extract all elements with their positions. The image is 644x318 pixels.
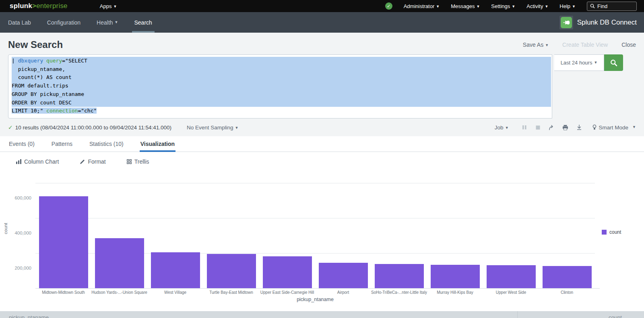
bar-1[interactable] [95,238,144,289]
chart-plot [35,179,595,289]
pause-button[interactable] [518,122,531,133]
bar-6[interactable] [375,264,424,289]
administrator-menu[interactable]: Administrator▼ [404,3,440,9]
grid-icon [127,159,132,164]
results-summary: 10 results (08/04/2024 11:00:00.000 to 0… [15,125,171,131]
nav-item-search[interactable]: Search [126,12,160,33]
x-tick-label: West Village [147,290,203,295]
messages-menu[interactable]: Messages▼ [451,3,480,9]
bar-9[interactable] [543,266,592,289]
chevron-down-icon: ▼ [545,43,549,47]
tab-statistics[interactable]: Statistics (10) [89,136,124,152]
health-status-icon[interactable]: ✓ [385,2,392,10]
top-bar: splunk>enterprise Apps▼ ✓ Administrator▼… [0,0,644,12]
query-line: pickup_ntaname, [12,65,551,74]
bar-8[interactable] [487,265,536,289]
tab-patterns[interactable]: Patterns [51,136,73,152]
legend-swatch [602,230,607,235]
chevron-down-icon: ▼ [235,126,239,130]
chart-type-picker[interactable]: Column Chart [16,158,59,165]
bar-slot [427,265,483,289]
logo-gt: > [32,2,36,10]
x-tick-label: Midtown-Midtown South [35,290,91,295]
check-icon: ✓ [8,124,13,131]
nav-item-configuration[interactable]: Configuration [39,12,89,33]
table-header-count[interactable]: count [517,311,644,318]
print-button[interactable] [559,122,572,133]
x-tick-label: SoHo-TriBeCa-...nter-Little Italy [371,290,427,295]
close-button[interactable]: Close [621,42,636,48]
logo-splunk-text: splunk [10,2,32,10]
x-tick-label: Upper West Side [483,290,539,295]
x-tick-label: Turtle Bay-East Midtown [203,290,259,295]
help-menu[interactable]: Help▼ [559,3,576,9]
results-bar: ✓ 10 results (08/04/2024 11:00:00.000 to… [8,118,636,136]
chevron-down-icon: ▼ [594,60,597,64]
y-tick-label: 600,000 [3,195,31,200]
query-line: FROM default.trips [12,82,551,90]
column-chart-icon [16,159,21,164]
y-tick-label: 400,000 [3,231,31,235]
logo-enterprise-text: enterprise [36,2,68,10]
app-title: Splunk DB Connect [577,19,637,27]
format-menu[interactable]: Format [80,158,105,165]
save-as-button[interactable]: Save As▼ [523,42,549,48]
x-axis-title: pickup_ntaname [35,297,595,302]
x-tick-label: Murray Hill-Kips Bay [427,290,483,295]
pencil-icon [80,159,85,164]
bar-0[interactable] [39,196,88,289]
plug-icon [561,17,572,28]
db-connect-app-icon[interactable] [559,16,573,29]
results-tabs: Events (0) Patterns Statistics (10) Visu… [0,136,644,152]
x-tick-label: Hudson Yards-...-Union Square [91,290,147,295]
query-line: | dbxquery query="SELECT [12,57,551,65]
nav-item-data-lab[interactable]: Data Lab [0,12,39,33]
bar-slot [35,196,91,289]
chart-legend[interactable]: count [602,229,621,235]
tab-visualization[interactable]: Visualization [140,136,175,152]
query-editor[interactable]: | dbxquery query="SELECT pickup_ntaname,… [8,54,552,118]
find-input[interactable] [597,3,630,9]
chevron-down-icon: ▼ [115,20,118,24]
export-button[interactable] [572,122,586,133]
find-search-box[interactable] [587,2,637,11]
bar-7[interactable] [431,265,480,289]
trellis-menu[interactable]: Trellis [127,158,149,165]
chevron-down-icon: ▼ [436,4,440,8]
apps-menu[interactable]: Apps▼ [100,3,117,9]
bar-4[interactable] [263,256,312,289]
chevron-down-icon: ▼ [572,4,576,8]
statistics-table-header: pickup_ntaname count [0,311,644,318]
event-sampling-dropdown[interactable]: No Event Sampling▼ [187,125,238,131]
tab-events[interactable]: Events (0) [8,136,35,152]
search-mode-dropdown[interactable]: Smart Mode▼ [592,125,636,131]
share-button[interactable] [545,122,559,133]
search-icon [610,59,617,67]
activity-menu[interactable]: Activity▼ [526,3,548,9]
bar-slot [259,256,315,289]
column-chart: count 200,000 400,000 600,000 Midtown-Mi… [0,175,644,308]
search-icon [590,4,595,8]
nav-item-health[interactable]: Health▼ [89,12,126,33]
bar-slot [91,238,147,289]
splunk-logo[interactable]: splunk>enterprise [10,2,68,10]
bar-5[interactable] [319,263,368,289]
x-axis-line [35,288,600,289]
chevron-down-icon: ▼ [632,125,636,129]
bar-3[interactable] [207,254,256,289]
query-line: GROUP BY pickup_ntaname [12,90,551,99]
job-menu[interactable]: Job▼ [495,125,509,131]
run-search-button[interactable] [604,54,623,71]
stop-button[interactable] [531,122,545,133]
page-title: New Search [8,39,63,50]
chevron-down-icon: ▼ [545,4,548,8]
create-table-view-button: Create Table View [562,42,608,48]
bar-2[interactable] [151,252,200,289]
chevron-down-icon: ▼ [476,4,480,8]
bar-slot [315,263,371,289]
x-tick-label: Airport [315,290,371,295]
table-header-pickup-ntaname[interactable]: pickup_ntaname [0,311,517,318]
time-range-picker[interactable]: Last 24 hours▼ [554,54,604,71]
settings-menu[interactable]: Settings▼ [491,3,515,9]
bar-slot [203,254,259,289]
